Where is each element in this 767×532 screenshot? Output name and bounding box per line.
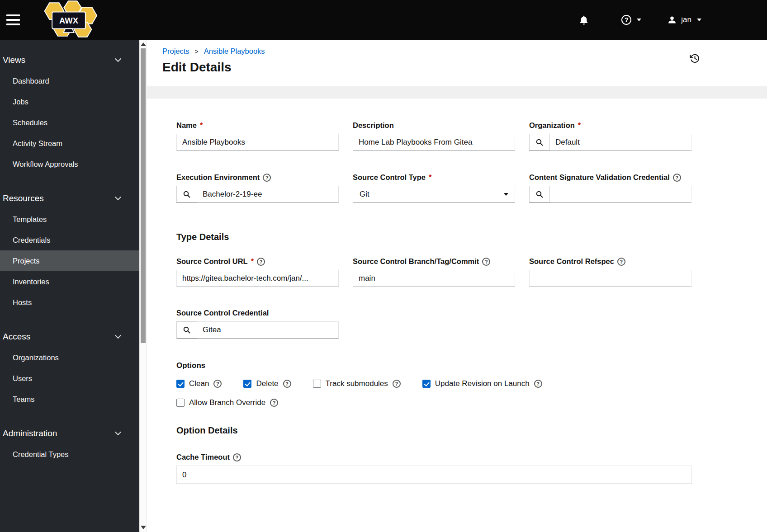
option-delete[interactable]: Delete ? [243,379,291,388]
nav-group-administration[interactable]: Administration [0,423,139,444]
help-icon[interactable]: ? [482,258,490,266]
organization-input[interactable] [550,134,691,151]
checkbox-icon[interactable] [176,380,185,388]
option-label: Clean [189,379,209,388]
field-source-control-credential: Source Control Credential [176,309,339,339]
checkbox-icon[interactable] [243,380,251,388]
checkbox-icon[interactable] [313,380,321,388]
sidebar: Views Dashboard Jobs Schedules Activity … [0,40,139,532]
sidebar-item-templates[interactable]: Templates [0,209,139,230]
option-allow-branch-override[interactable]: Allow Branch Override ? [176,398,278,407]
sidebar-item-dashboard[interactable]: Dashboard [0,71,139,91]
help-icon: ? [621,15,631,25]
cache-timeout-input[interactable] [176,466,692,484]
description-input[interactable] [353,134,515,151]
content-signature-input[interactable] [550,186,691,203]
bell-icon [579,15,589,25]
sidebar-item-workflow-approvals[interactable]: Workflow Approvals [0,154,139,174]
field-source-control-type: Source Control Type * Git [353,173,515,203]
nav-toggle-button[interactable] [0,14,26,25]
source-control-branch-input[interactable] [353,270,515,287]
nav-group-resources[interactable]: Resources [0,188,139,209]
help-icon[interactable]: ? [257,258,265,266]
source-control-credential-lookup-button[interactable] [176,321,197,339]
awx-logo[interactable]: AWX [40,0,98,40]
sidebar-item-hosts[interactable]: Hosts [0,292,139,313]
nav-section-access: Access Organizations Users Teams [0,326,139,410]
chevron-down-icon [115,56,121,62]
help-icon[interactable]: ? [213,380,222,388]
sidebar-item-credential-types[interactable]: Credential Types [0,444,139,465]
sidebar-item-organizations[interactable]: Organizations [0,347,139,368]
sidebar-item-users[interactable]: Users [0,368,139,389]
user-menu-button[interactable]: jan [668,15,701,24]
field-organization: Organization * [529,121,691,151]
scrollbar-track[interactable] [140,48,147,523]
field-name: Name * [176,121,339,151]
required-asterisk: * [200,121,203,130]
help-menu-button[interactable]: ? [621,15,641,25]
breadcrumb-link-ansible-playbooks[interactable]: Ansible Playbooks [204,47,265,56]
selected-option: Git [360,190,369,199]
page-title: Edit Details [162,60,699,75]
sidebar-item-jobs[interactable]: Jobs [0,91,139,112]
execution-environment-input[interactable] [197,186,339,203]
option-label: Allow Branch Override [189,398,265,407]
content-header: Projects > Ansible Playbooks Edit Detail… [147,40,767,86]
scrollbar-thumb[interactable] [141,48,146,343]
help-icon[interactable]: ? [617,258,625,266]
option-label: Track submodules [326,379,388,388]
checkbox-icon[interactable] [176,399,185,407]
history-button[interactable] [690,53,700,65]
hamburger-icon [6,14,20,16]
notifications-button[interactable] [579,15,589,25]
field-source-control-refspec: Source Control Refspec ? [529,257,691,287]
sidebar-item-inventories[interactable]: Inventories [0,271,139,292]
organization-label: Organization [529,121,575,130]
history-icon [690,53,700,64]
content-signature-lookup-button[interactable] [529,186,550,203]
source-control-type-select[interactable]: Git [353,186,515,203]
scroll-down-arrow-icon[interactable] [141,526,146,529]
source-control-credential-label: Source Control Credential [176,309,269,317]
option-clean[interactable]: Clean ? [176,379,222,388]
option-track-submodules[interactable]: Track submodules ? [313,379,401,388]
sidebar-item-schedules[interactable]: Schedules [0,112,139,133]
sidebar-item-teams[interactable]: Teams [0,389,139,410]
help-icon[interactable]: ? [673,174,681,182]
sidebar-item-activity-stream[interactable]: Activity Stream [0,133,139,154]
field-source-control-url: Source Control URL * ? [176,257,339,287]
breadcrumb-link-projects[interactable]: Projects [162,47,189,56]
checkbox-icon[interactable] [422,380,431,388]
name-input[interactable] [176,134,339,151]
source-control-url-input[interactable] [176,270,339,287]
cache-timeout-label: Cache Timeout [176,453,230,461]
search-icon [183,326,190,334]
help-icon[interactable]: ? [263,174,271,182]
help-icon[interactable]: ? [283,380,291,388]
source-control-refspec-input[interactable] [529,270,691,287]
option-details-heading: Option Details [176,425,767,436]
help-icon[interactable]: ? [270,399,278,407]
nav-group-access[interactable]: Access [0,326,139,347]
nav-group-label: Administration [3,428,57,438]
option-update-revision-on-launch[interactable]: Update Revision on Launch ? [422,379,542,388]
execution-environment-lookup-button[interactable] [176,186,197,203]
nav-section-views: Views Dashboard Jobs Schedules Activity … [0,50,139,174]
help-icon[interactable]: ? [534,380,542,388]
source-control-credential-input[interactable] [197,321,339,339]
scroll-up-arrow-icon[interactable] [141,42,146,46]
content-scrollbar[interactable] [139,40,147,532]
chevron-down-icon [115,429,121,435]
nav-group-views[interactable]: Views [0,50,139,71]
sidebar-item-projects[interactable]: Projects [0,250,139,271]
breadcrumb: Projects > Ansible Playbooks [162,47,699,56]
user-name: jan [681,15,691,24]
help-icon[interactable]: ? [233,453,241,461]
masthead: AWX ? jan [0,0,767,40]
option-label: Update Revision on Launch [435,379,530,388]
organization-lookup-button[interactable] [529,134,550,151]
field-source-control-branch: Source Control Branch/Tag/Commit ? [353,257,515,287]
sidebar-item-credentials[interactable]: Credentials [0,230,139,250]
help-icon[interactable]: ? [393,380,401,388]
